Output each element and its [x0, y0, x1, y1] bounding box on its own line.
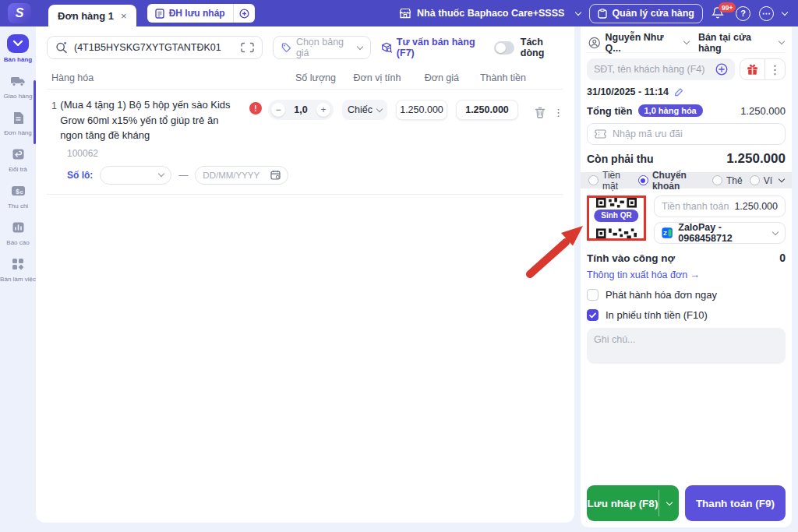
col-so-luong: Số lượng	[280, 72, 351, 83]
method-chuyen-khoan[interactable]: Chuyển khoản	[638, 170, 705, 192]
notifications-button[interactable]: 99+	[711, 6, 727, 20]
payment-amount-field[interactable]: Tiền thanh toán 1.250.000	[654, 196, 786, 217]
chevron-down-icon[interactable]	[683, 38, 690, 44]
edit-pencil-icon[interactable]	[674, 87, 683, 97]
sidebar-item-doi-tra[interactable]: Đổi trả	[0, 146, 36, 173]
tab-close-icon[interactable]: ×	[121, 10, 127, 22]
quantity-minus-button[interactable]: −	[271, 103, 285, 117]
sell-icon	[7, 34, 29, 53]
method-label: Chuyển khoản	[652, 170, 705, 192]
coupon-icon	[595, 129, 606, 139]
barcode-scan-icon[interactable]	[241, 42, 254, 53]
line-total-field[interactable]: 1.250.000	[456, 100, 518, 120]
unit-value: Chiếc	[348, 104, 373, 115]
method-label: Thẻ	[726, 175, 743, 186]
more-options-button[interactable]: ⋯	[759, 6, 774, 21]
method-the[interactable]: Thẻ	[712, 175, 743, 186]
notification-badge: 99+	[719, 2, 736, 12]
checkbox-unchecked[interactable]	[587, 289, 598, 301]
truck-icon	[8, 72, 28, 90]
draft-orders-button[interactable]: ĐH lưu nháp	[147, 4, 233, 23]
return-box-icon	[8, 146, 28, 163]
price-list-select[interactable]: Chọn bảng giá	[273, 36, 371, 59]
gift-button[interactable]	[740, 59, 764, 79]
staff-selector[interactable]: Nguyễn Như Q...	[605, 32, 679, 54]
sidebar-item-label: Thu chi	[8, 203, 28, 210]
unit-select[interactable]: Chiếc	[342, 100, 387, 120]
payment-amount-label: Tiền thanh toán	[662, 201, 729, 212]
radio-selected-icon	[638, 175, 648, 185]
document-icon	[155, 9, 164, 19]
quantity-plus-button[interactable]: +	[316, 103, 330, 117]
method-tien-mat[interactable]: Tiền mặt	[588, 170, 631, 192]
gift-icon	[747, 64, 758, 76]
store-selector[interactable]: Nhà thuốc Baphaco Care+SSSS	[399, 8, 581, 19]
debt-label: Tính vào công nợ	[587, 252, 675, 264]
remaining-label: Còn phải thu	[587, 153, 654, 165]
note-textarea[interactable]: Ghi chú...	[587, 328, 786, 364]
chevron-down-icon	[772, 228, 779, 234]
generate-qr-button[interactable]: Sinh QR	[594, 210, 638, 222]
sidebar-item-ban-hang[interactable]: Bán hàng	[0, 34, 36, 63]
chevron-down-icon[interactable]	[782, 9, 788, 15]
sidebar-item-bao-cao[interactable]: Báo cáo	[0, 219, 36, 246]
sidebar-item-thu-chi[interactable]: $c Thu chi	[0, 182, 36, 210]
new-tab-button[interactable]	[234, 4, 255, 23]
svg-text:c: c	[19, 188, 23, 196]
svg-text:Z: Z	[663, 230, 667, 237]
consult-sale-button[interactable]: Tư vấn bán hàng (F7)	[381, 37, 484, 58]
topbar-right: Nhà thuốc Baphaco Care+SSSS Quản lý cửa …	[399, 4, 787, 23]
tab-label: Đơn hàng 1	[58, 10, 114, 22]
customer-search-input[interactable]: SĐT, tên khách hàng (F4)	[587, 58, 735, 80]
lot-select[interactable]	[100, 166, 171, 185]
annotation-box: Sinh QR	[587, 196, 646, 241]
chevron-down-icon[interactable]	[779, 38, 785, 44]
unit-price-field[interactable]: 1.250.000	[396, 100, 447, 120]
svg-text:$: $	[16, 188, 19, 196]
sidebar-item-label: Bàn làm việc	[0, 276, 36, 283]
payment-amount-value: 1.250.000	[734, 201, 778, 212]
kebab-icon: ⋮	[769, 62, 782, 77]
clipboard-icon	[598, 9, 607, 19]
expiry-date-input[interactable]: DD/MM/YYYY	[195, 166, 288, 185]
checkbox-checked[interactable]	[587, 309, 598, 321]
sidebar-item-ban-lam-viec[interactable]: Bàn làm việc	[0, 255, 36, 283]
save-draft-more-button[interactable]	[659, 485, 679, 521]
sale-channel-selector[interactable]: Bán tại cửa hàng	[698, 32, 775, 54]
col-thanh-tien: Thành tiền	[459, 72, 526, 83]
pay-button[interactable]: Thanh toán (F9)	[685, 485, 786, 521]
tab-order-1[interactable]: Đơn hàng 1 ×	[48, 5, 136, 26]
add-customer-icon[interactable]	[715, 63, 728, 76]
help-button[interactable]: ?	[736, 6, 750, 21]
split-line-toggle[interactable]	[494, 41, 514, 55]
expiry-placeholder: DD/MM/YYYY	[203, 171, 260, 180]
manage-store-button[interactable]: Quản lý cửa hàng	[589, 4, 703, 23]
remaining-row: Còn phải thu 1.250.000	[587, 150, 786, 167]
wallet-select[interactable]: Z ZaloPay - 0968458712	[654, 222, 786, 244]
order-toolbar: (4T1B5HYSKG7XYTGTANTĐK01 Chọn bảng giá T…	[36, 26, 574, 66]
zalopay-icon: Z	[662, 227, 673, 239]
row-more-icon[interactable]: ⋮	[553, 107, 563, 118]
plus-circle-icon	[239, 9, 249, 19]
chevron-down-icon	[575, 9, 581, 15]
trash-icon[interactable]	[535, 107, 546, 118]
save-draft-button[interactable]: Lưu nháp (F8)	[587, 485, 659, 521]
app-logo[interactable]: S	[8, 3, 31, 23]
customer-more-button[interactable]: ⋮	[765, 59, 785, 79]
quantity-value[interactable]: 1,0	[294, 104, 307, 115]
calendar-icon	[270, 170, 281, 180]
panel-header: Nguyễn Như Q... Bán tại cửa hàng	[587, 33, 786, 53]
product-name: (Mua 4 tặng 1) Bộ 5 hộp yến sào Kids Gro…	[60, 97, 242, 143]
sidebar-item-don-hang[interactable]: Đơn hàng	[0, 109, 36, 136]
radio-icon	[712, 175, 722, 185]
chevron-down-icon[interactable]	[779, 176, 785, 182]
sidebar-item-giao-hang[interactable]: Giao hàng	[0, 72, 36, 100]
product-search-input[interactable]: (4T1B5HYSKG7XYTGTANTĐK01	[47, 36, 263, 59]
invoice-info-link[interactable]: Thông tin xuất hóa đơn →	[587, 270, 786, 281]
method-label: Ví	[764, 175, 772, 186]
method-vi[interactable]: Ví	[750, 175, 772, 186]
col-don-vi-tinh: Đơn vị tính	[351, 72, 403, 83]
issue-invoice-row: Phát hành hóa đơn ngay	[587, 288, 786, 301]
alert-icon[interactable]: !	[249, 102, 262, 115]
promo-code-input[interactable]: Nhập mã ưu đãi	[587, 123, 786, 145]
